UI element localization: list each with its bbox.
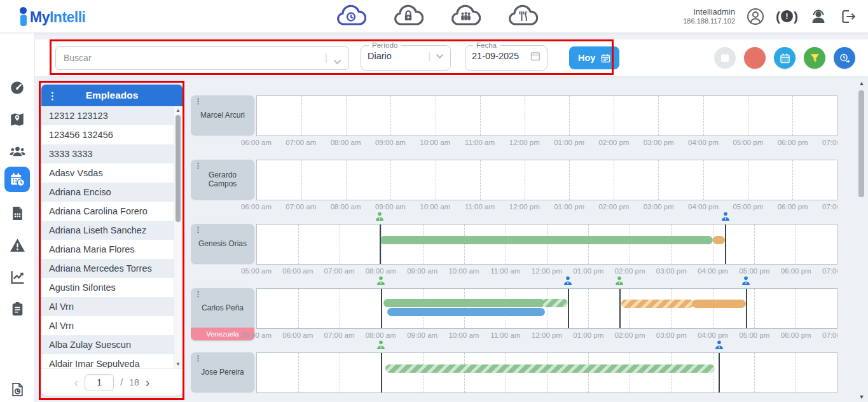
analytics-icon[interactable] [4, 264, 30, 289]
employee-list-item[interactable]: Al Vrn [41, 297, 174, 316]
cloud-cafeteria-icon[interactable] [507, 4, 538, 29]
axis-tick-label: 07:00 pm [822, 267, 837, 275]
axis-tick-label: 02:00 pm [615, 267, 645, 275]
pagination-prev-icon[interactable]: ‹ [74, 376, 79, 389]
axis-tick-label: 10:00 am [448, 267, 479, 275]
top-header: MyIntelli Intelliadmin 186.188.117.102 [0, 0, 868, 33]
employee-list-item[interactable]: Aldair Imar Sepulveda [41, 354, 174, 368]
punch-line [380, 225, 381, 264]
kebab-menu-icon[interactable]: ⋮ [195, 355, 202, 362]
punch-person-blue-icon[interactable] [563, 276, 572, 288]
punch-person-green-icon[interactable] [375, 212, 384, 224]
employee-list-item[interactable]: Agustin Sifontes [41, 278, 174, 297]
kebab-menu-icon[interactable]: ⋮ [195, 226, 202, 233]
employee-list-item[interactable]: Adriana Liseth Sanchez [41, 221, 174, 240]
scroll-up-icon[interactable]: ▲ [174, 107, 182, 113]
kebab-menu-icon[interactable]: ⋮ [48, 91, 57, 100]
main-scrollbar[interactable]: ▲ ▼ [857, 80, 866, 400]
punch-line [381, 353, 382, 392]
axis-tick-label: 08:00 am [366, 267, 396, 275]
timeline-row: ⋮Genesis Orias05:00 am06:00 am07:00 am08… [191, 214, 837, 278]
employee-list: 12312 123123123456 1324563333 3333Adasv … [41, 106, 183, 368]
hour-gridline [614, 160, 614, 200]
punch-person-blue-icon[interactable] [714, 340, 724, 352]
period-select[interactable]: Período Diario | [361, 41, 451, 71]
employee-list-item[interactable]: Al Vrn [41, 316, 174, 335]
employee-card[interactable]: ⋮Marcel Arcuri [191, 95, 254, 135]
employee-list-item[interactable]: Alba Zulay Suescun [41, 335, 174, 354]
pagination-page-input[interactable] [85, 374, 114, 391]
document-pie-icon[interactable] [4, 377, 30, 402]
logout-icon[interactable] [839, 6, 857, 27]
schedule-bar-orange-hatched[interactable] [621, 300, 694, 308]
schedule-bar-green-hatched[interactable] [542, 299, 567, 307]
employees-icon[interactable] [4, 139, 30, 164]
schedule-bar-green-hatched[interactable] [385, 364, 715, 373]
legend-icon[interactable] [744, 47, 766, 69]
search-input[interactable] [55, 46, 349, 70]
cloud-time-icon[interactable] [336, 4, 366, 29]
axis-tick-label: 01:00 pm [573, 331, 603, 339]
profile-icon[interactable] [747, 6, 764, 27]
app-logo[interactable]: MyIntelli [19, 7, 146, 26]
punch-line [719, 353, 720, 392]
punch-person-blue-icon[interactable] [720, 212, 730, 224]
user-name: Intelliadmin [683, 8, 735, 17]
support-agent-icon[interactable] [809, 6, 827, 27]
map-icon[interactable] [4, 107, 30, 132]
dashboard-icon[interactable] [4, 75, 30, 100]
user-ip: 186.188.117.102 [683, 17, 735, 25]
scroll-down-icon[interactable]: ▼ [174, 361, 182, 367]
kebab-menu-icon[interactable]: ⋮ [195, 98, 202, 105]
employee-list-item[interactable]: 123456 132456 [41, 125, 174, 144]
date-label: Fecha [473, 41, 500, 49]
employee-list-item[interactable]: Adriana Enciso [41, 183, 174, 202]
punch-person-green-icon[interactable] [376, 340, 385, 352]
axis-tick-label: 06:00 am [241, 203, 272, 211]
punch-person-green-icon[interactable] [615, 276, 624, 288]
scroll-up-icon[interactable]: ▲ [857, 80, 866, 87]
employee-list-item[interactable]: 3333 3333 [41, 144, 174, 163]
scroll-down-icon[interactable]: ▼ [857, 394, 866, 400]
cloud-security-icon[interactable] [393, 4, 424, 29]
employee-card[interactable]: ⋮Genesis Orias [191, 224, 254, 263]
shift-time-icon[interactable] [834, 47, 855, 69]
pagination-next-icon[interactable]: › [146, 376, 150, 389]
employee-list-item[interactable]: 12312 123123 [41, 106, 174, 125]
filter-icon[interactable] [804, 47, 825, 69]
scroll-thumb[interactable] [858, 90, 864, 197]
employee-list-item[interactable]: Adriana Carolina Forero [41, 202, 174, 221]
calendar-view-icon[interactable] [774, 47, 796, 69]
schedule-bar-orange[interactable] [713, 236, 726, 244]
employee-list-item[interactable]: Adasv Vsdas [41, 163, 174, 183]
clipboard-icon[interactable] [4, 296, 30, 321]
warning-icon[interactable] [4, 232, 30, 258]
axis-tick-label: 08:00 am [366, 331, 396, 339]
logo-text-secondary: Intelli [50, 9, 86, 26]
cloud-hr-icon[interactable] [450, 4, 481, 29]
employee-list-item[interactable]: Adriana Maria Flores [41, 240, 174, 259]
search-chevron-down-icon[interactable] [333, 56, 341, 67]
date-picker[interactable]: Fecha 21-09-2025 [465, 41, 548, 71]
alerts-icon[interactable]: (!) [776, 6, 798, 27]
schedule-bar-green[interactable] [380, 236, 712, 244]
employee-card[interactable]: ⋮Jose Pereira [191, 352, 254, 392]
schedule-bar-green[interactable] [383, 299, 545, 307]
axis-tick-label: 11:00 am [490, 331, 520, 339]
axis-tick-label: 02:00 pm [615, 331, 645, 339]
employee-list-item[interactable]: Adriana Mercedes Torres [41, 259, 174, 278]
employees-panel-title: Empleados [41, 90, 183, 101]
employee-list-scrollbar[interactable]: ▲ ▼ [174, 106, 182, 368]
employee-card[interactable]: ⋮Gerardo Campos [191, 160, 254, 199]
punch-person-green-icon[interactable] [376, 276, 385, 288]
schedule-bar-blue[interactable] [387, 308, 545, 316]
scroll-thumb[interactable] [176, 115, 181, 222]
scheduling-icon[interactable] [4, 167, 30, 192]
kebab-menu-icon[interactable]: ⋮ [195, 291, 202, 298]
hour-gridline [547, 353, 548, 392]
today-button[interactable]: Hoy [569, 46, 619, 69]
document-grid-icon[interactable] [4, 200, 30, 226]
kebab-menu-icon[interactable]: ⋮ [195, 162, 202, 169]
punch-person-blue-icon[interactable] [741, 276, 751, 288]
schedule-bar-orange[interactable] [692, 300, 746, 308]
